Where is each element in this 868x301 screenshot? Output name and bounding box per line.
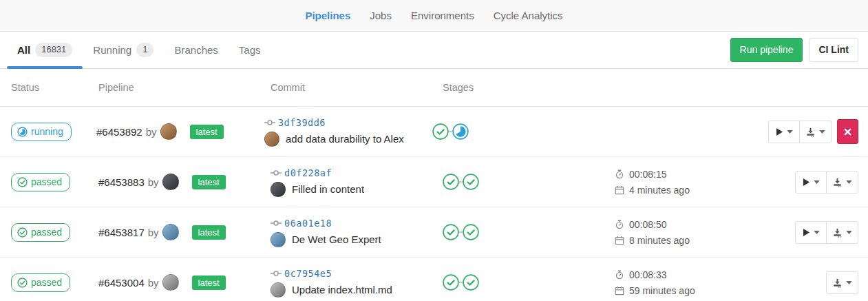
status-cell: passed: [11, 173, 98, 191]
commit-message-link[interactable]: add data durability to Alex: [286, 133, 404, 145]
tab-all-count-badge: 16831: [35, 43, 72, 57]
download-icon: [832, 227, 843, 238]
download-icon: [832, 177, 843, 187]
pipeline-duration: 00:08:15: [629, 169, 667, 180]
pipeline-finished-ago: 59 minutes ago: [629, 285, 695, 296]
latest-badge: latest: [192, 225, 226, 240]
ci-lint-button[interactable]: CI Lint: [809, 38, 858, 62]
tab-tags[interactable]: Tags: [229, 32, 271, 68]
caret-down-icon: [846, 281, 852, 284]
stages-cell: [432, 123, 600, 140]
pipeline-finished-ago: 4 minutes ago: [629, 185, 690, 196]
caret-down-icon: [846, 231, 852, 234]
actions-cell: [768, 119, 858, 144]
stage-icon-passed[interactable]: [443, 274, 459, 291]
pipeline-id-link[interactable]: #6453883: [98, 176, 145, 188]
nav-environments[interactable]: Environments: [411, 10, 474, 21]
by-label: by: [148, 277, 159, 289]
commit-cell: d0f228af Filled in content: [271, 167, 443, 197]
play-icon: [776, 127, 783, 136]
running-icon: [17, 127, 28, 137]
run-pipeline-button[interactable]: Run pipeline: [730, 38, 803, 62]
artifacts-dropdown-button[interactable]: [800, 121, 832, 143]
manual-actions-dropdown-button[interactable]: [795, 221, 827, 244]
latest-badge: latest: [192, 276, 226, 290]
caret-down-icon: [819, 130, 825, 134]
commit-message-link[interactable]: Filled in content: [292, 183, 364, 195]
scope-tabs: All 16831 Running 1 Branches Tags: [7, 32, 271, 68]
commit-author-avatar[interactable]: [271, 182, 286, 197]
nav-pipelines[interactable]: Pipelines: [305, 10, 350, 21]
time-cell: 00:08:50 8 minutes ago: [615, 219, 787, 246]
pipeline-cell: #6453004 by latest: [98, 274, 271, 291]
stage-icon-running[interactable]: [452, 123, 469, 140]
passed-icon: [17, 278, 28, 288]
artifacts-dropdown-button[interactable]: [827, 221, 858, 244]
commit-sha-link[interactable]: 0c7954e5: [284, 268, 332, 279]
latest-badge: latest: [192, 175, 226, 189]
status-badge-running[interactable]: running: [11, 123, 72, 141]
commit-sha-link[interactable]: d0f228af: [284, 167, 332, 178]
pipeline-cell: #6453883 by latest: [98, 174, 271, 190]
status-cell: passed: [11, 223, 98, 242]
commit-sha-link[interactable]: 06a01e18: [284, 218, 332, 229]
project-nav: Pipelines Jobs Environments Cycle Analyt…: [0, 0, 868, 32]
stage-icon-passed[interactable]: [463, 274, 479, 291]
pipeline-finished-ago: 8 minutes ago: [629, 235, 690, 246]
stage-icon-passed[interactable]: [432, 123, 449, 140]
pipeline-id-link[interactable]: #6453892: [96, 126, 142, 138]
stage-icon-passed[interactable]: [463, 224, 479, 240]
caret-down-icon: [787, 130, 793, 134]
passed-icon: [17, 177, 28, 187]
commit-icon: [271, 268, 282, 279]
pipeline-row: passed #6453817 by latest 06a01e18 De We…: [0, 207, 868, 258]
by-label: by: [146, 126, 157, 138]
time-cell: 00:08:33 59 minutes ago: [615, 269, 787, 296]
pipeline-id-link[interactable]: #6453817: [98, 227, 145, 238]
pipeline-cell: #6453892 by latest: [96, 123, 264, 140]
manual-actions-dropdown-button[interactable]: [795, 171, 827, 194]
manual-actions-dropdown-button[interactable]: [768, 121, 800, 143]
commit-sha-link[interactable]: 3df39dd6: [278, 117, 326, 128]
commit-author-avatar[interactable]: [264, 132, 279, 147]
stage-icon-passed[interactable]: [463, 174, 479, 190]
status-badge-passed[interactable]: passed: [11, 173, 70, 191]
artifacts-dropdown-button[interactable]: [826, 271, 858, 294]
commit-message-link[interactable]: De Wet Geo Expert: [292, 233, 381, 245]
stage-icon-passed[interactable]: [443, 174, 459, 190]
commit-author-avatar[interactable]: [271, 232, 286, 247]
user-avatar[interactable]: [160, 123, 177, 140]
caret-down-icon: [846, 180, 852, 184]
status-badge-passed[interactable]: passed: [11, 273, 70, 292]
status-badge-passed[interactable]: passed: [11, 223, 70, 242]
tab-branches-label: Branches: [174, 44, 218, 56]
pipeline-duration: 00:08:33: [629, 269, 667, 280]
cancel-pipeline-button[interactable]: [837, 119, 858, 144]
status-badge-label: passed: [31, 227, 62, 238]
pipeline-row: passed #6453004 by latest 0c7954e5 Updat…: [0, 258, 868, 301]
caret-down-icon: [814, 180, 820, 184]
header-commit: Commit: [271, 82, 443, 93]
play-icon: [803, 178, 810, 187]
commit-message-link[interactable]: Update index.html.md: [292, 284, 392, 295]
tab-all[interactable]: All 16831: [7, 32, 83, 68]
timer-icon: [615, 270, 624, 280]
by-label: by: [148, 227, 159, 238]
tab-branches[interactable]: Branches: [164, 32, 228, 68]
artifacts-dropdown-button[interactable]: [827, 171, 858, 194]
commit-author-avatar[interactable]: [271, 282, 286, 298]
user-avatar[interactable]: [162, 224, 179, 240]
pipeline-id-link[interactable]: #6453004: [98, 277, 145, 289]
nav-cycle-analytics[interactable]: Cycle Analytics: [494, 10, 563, 21]
calendar-icon: [615, 286, 624, 295]
actions-cell: [787, 171, 858, 194]
user-avatar[interactable]: [162, 174, 179, 190]
timer-icon: [615, 220, 624, 229]
user-avatar[interactable]: [162, 274, 179, 291]
nav-jobs[interactable]: Jobs: [370, 10, 392, 21]
pipelines-tab-bar: All 16831 Running 1 Branches Tags Run pi…: [0, 32, 868, 69]
tab-running[interactable]: Running 1: [83, 32, 164, 68]
stage-icon-passed[interactable]: [443, 224, 459, 240]
pipeline-row: passed #6453883 by latest d0f228af Fille…: [0, 157, 868, 207]
time-cell: 00:08:15 4 minutes ago: [615, 169, 787, 196]
